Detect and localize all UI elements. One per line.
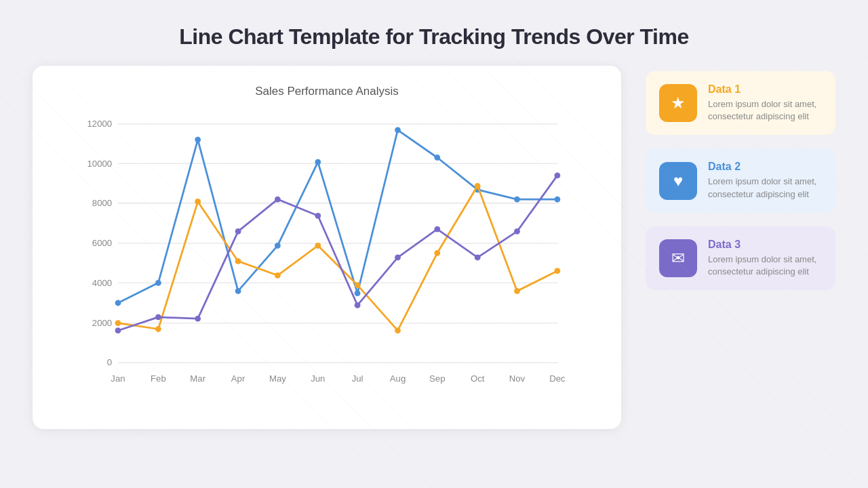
- svg-point-43: [315, 243, 321, 249]
- svg-text:Oct: Oct: [471, 373, 485, 384]
- svg-point-36: [514, 197, 520, 203]
- heart-icon: ♥: [673, 171, 683, 190]
- chart-area: 0 2000 4000 6000 8000 10000 12000 Jan Fe…: [54, 109, 599, 407]
- svg-text:Jul: Jul: [352, 373, 363, 384]
- main-content: Sales Performance Analysis 0 2000 4000 6…: [0, 66, 868, 429]
- legend-text-data1: Data 1 Lorem ipsum dolor sit amet, conse…: [708, 83, 822, 123]
- chart-svg: 0 2000 4000 6000 8000 10000 12000 Jan Fe…: [54, 109, 599, 407]
- svg-text:8000: 8000: [92, 198, 112, 208]
- svg-point-49: [555, 268, 561, 274]
- svg-point-53: [235, 228, 241, 235]
- legend-label-data2: Data 2: [708, 161, 822, 173]
- svg-point-41: [235, 258, 241, 264]
- svg-point-52: [195, 316, 201, 322]
- svg-text:Sep: Sep: [429, 373, 445, 384]
- svg-point-50: [115, 327, 121, 333]
- svg-point-26: [115, 300, 121, 306]
- svg-text:Jan: Jan: [111, 373, 125, 384]
- mail-icon: ✉: [671, 249, 685, 268]
- svg-text:May: May: [269, 373, 286, 384]
- svg-text:Aug: Aug: [390, 373, 406, 384]
- svg-point-38: [115, 320, 121, 326]
- svg-text:Apr: Apr: [231, 373, 245, 384]
- legend-text-data2: Data 2 Lorem ipsum dolor sit amet, conse…: [708, 161, 822, 200]
- svg-point-45: [395, 327, 401, 333]
- svg-point-61: [555, 173, 561, 179]
- svg-point-56: [355, 302, 361, 308]
- svg-text:4000: 4000: [92, 278, 112, 288]
- legend-icon-data3: ✉: [659, 239, 697, 277]
- svg-text:0: 0: [107, 357, 112, 367]
- svg-point-59: [475, 255, 481, 261]
- svg-point-55: [315, 213, 321, 219]
- legend-text-data3: Data 3 Lorem ipsum dolor sit amet, conse…: [708, 239, 822, 278]
- svg-point-33: [395, 127, 401, 133]
- legend-item-data3: ✉ Data 3 Lorem ipsum dolor sit amet, con…: [646, 226, 835, 290]
- chart-card: Sales Performance Analysis 0 2000 4000 6…: [33, 66, 621, 429]
- svg-point-46: [434, 250, 440, 256]
- svg-point-47: [475, 183, 481, 189]
- legend-icon-data2: ♥: [659, 162, 697, 200]
- svg-text:2000: 2000: [92, 318, 112, 328]
- svg-point-34: [434, 155, 440, 161]
- svg-point-27: [155, 280, 161, 286]
- svg-text:Dec: Dec: [549, 373, 566, 384]
- svg-text:Jun: Jun: [311, 373, 325, 384]
- svg-point-58: [434, 226, 440, 232]
- svg-point-42: [275, 272, 281, 279]
- svg-point-39: [155, 326, 161, 332]
- svg-point-28: [195, 137, 201, 143]
- svg-point-29: [235, 288, 241, 294]
- svg-point-40: [195, 199, 201, 205]
- legend-label-data1: Data 1: [708, 83, 822, 96]
- svg-point-44: [355, 282, 361, 288]
- svg-text:Feb: Feb: [151, 373, 166, 384]
- page-title: Line Chart Template for Tracking Trends …: [0, 0, 868, 66]
- svg-text:Nov: Nov: [509, 373, 526, 384]
- svg-text:10000: 10000: [87, 159, 113, 169]
- legend-desc-data1: Lorem ipsum dolor sit amet, consectetur …: [708, 98, 822, 123]
- svg-point-57: [395, 255, 401, 261]
- legend-icon-data1: ★: [659, 84, 697, 122]
- svg-text:Mar: Mar: [190, 373, 205, 384]
- svg-text:6000: 6000: [92, 238, 112, 248]
- legend-desc-data3: Lorem ipsum dolor sit amet, consectetur …: [708, 253, 822, 278]
- svg-point-32: [355, 290, 361, 296]
- legend-label-data3: Data 3: [708, 239, 822, 251]
- legend-item-data1: ★ Data 1 Lorem ipsum dolor sit amet, con…: [646, 71, 835, 135]
- svg-point-37: [555, 197, 561, 203]
- svg-text:12000: 12000: [87, 119, 113, 129]
- svg-point-54: [275, 197, 281, 203]
- svg-point-48: [514, 288, 520, 294]
- svg-point-31: [315, 159, 321, 165]
- legend-area: ★ Data 1 Lorem ipsum dolor sit amet, con…: [646, 66, 835, 290]
- star-icon: ★: [671, 94, 686, 113]
- chart-title: Sales Performance Analysis: [54, 85, 599, 98]
- svg-point-30: [275, 243, 281, 249]
- svg-point-60: [514, 228, 520, 235]
- legend-desc-data2: Lorem ipsum dolor sit amet, consectetur …: [708, 176, 822, 200]
- svg-point-51: [155, 314, 161, 321]
- legend-item-data2: ♥ Data 2 Lorem ipsum dolor sit amet, con…: [646, 148, 835, 212]
